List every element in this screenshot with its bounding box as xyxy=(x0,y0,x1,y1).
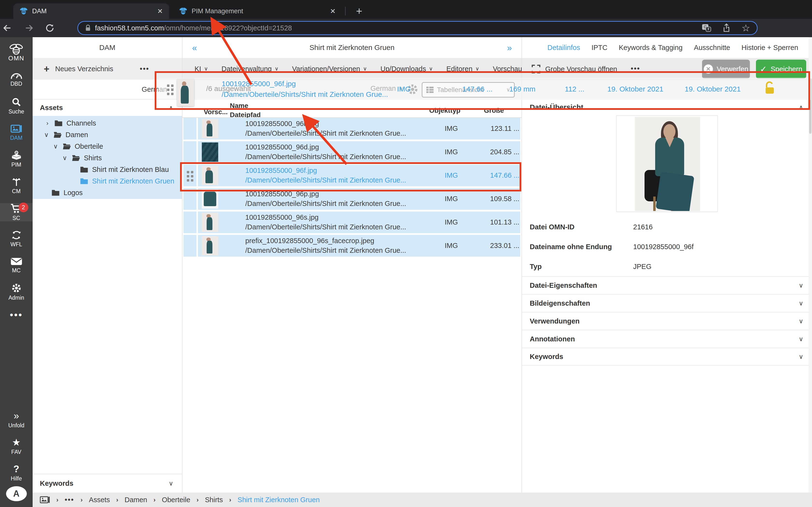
tab-ausschnitte[interactable]: Ausschnitte xyxy=(694,44,730,52)
rail-item-mc[interactable]: MC xyxy=(0,256,33,275)
rail-item-admin[interactable]: Admin xyxy=(0,283,33,301)
cm-branch-arrows-icon xyxy=(11,177,22,187)
breadcrumb-oberteile[interactable]: Oberteile xyxy=(162,496,191,504)
tree-item-logos[interactable]: Logos xyxy=(33,187,182,199)
rail-label: OMN xyxy=(8,55,24,62)
rail-item-pim[interactable]: P PIM xyxy=(0,150,33,168)
rail-item-unfold[interactable]: » Unfold xyxy=(0,410,33,429)
rail-item-fav[interactable]: ★ FAV xyxy=(0,437,33,455)
section-bildeigenschaften[interactable]: Bildeigenschaften ∨ xyxy=(522,294,812,312)
folder-more-icon[interactable]: ••• xyxy=(140,65,149,73)
table-row[interactable]: 100192855000_96d.jpg /Damen/Oberteile/Sh… xyxy=(183,141,521,163)
new-directory-button[interactable]: Neues Verzeichnis xyxy=(55,65,113,73)
tree-item-damen[interactable]: ∨ Damen xyxy=(33,129,182,140)
tab-iptc[interactable]: IPTC xyxy=(591,44,607,52)
url-bar[interactable]: fashion58.t.omn5.com/omn/home/menu/18922… xyxy=(77,21,758,35)
tab-close-icon[interactable]: ✕ xyxy=(330,7,336,15)
section-verwendungen[interactable]: Verwendungen ∨ xyxy=(522,312,812,330)
rail-item-sc[interactable]: SC 2 xyxy=(0,203,33,221)
folder-title: Shirt mit Zierknoten Gruen xyxy=(310,44,395,52)
browser-tab-dam[interactable]: DAM ✕ xyxy=(13,3,169,19)
keywords-footer-label: Keywords xyxy=(40,480,73,488)
tab-close-icon[interactable]: ✕ xyxy=(157,7,163,15)
tab-historie-sperren[interactable]: Historie + Sperren xyxy=(742,44,798,52)
file-path: /Damen/Oberteile/Shirts/Shirt mit Zierkn… xyxy=(245,153,406,161)
left-panel-title: DAM xyxy=(33,37,182,58)
section-annotationen[interactable]: Annotationen ∨ xyxy=(522,330,812,348)
back-icon[interactable] xyxy=(0,23,14,33)
breadcrumb-current: Shirt mit Zierknoten Gruen xyxy=(238,496,320,504)
tree-item-oberteile[interactable]: ∨ Oberteile xyxy=(33,140,182,152)
chevron-down-icon[interactable]: ∨ xyxy=(52,143,59,150)
breadcrumb-separator-icon: › xyxy=(229,496,231,504)
assets-header: Assets xyxy=(40,104,63,112)
chevron-right-icon[interactable]: › xyxy=(44,119,51,127)
file-preview-image[interactable] xyxy=(635,117,700,211)
field-value: 100192855000_96f xyxy=(633,243,694,251)
file-name[interactable]: 100192855000_96d.jpg xyxy=(245,143,319,151)
breadcrumb-shirts[interactable]: Shirts xyxy=(205,496,223,504)
table-row[interactable]: prefix_100192855000_96s_facecrop.jpeg /D… xyxy=(183,235,521,257)
tab-keywords-tagging[interactable]: Keywords & Tagging xyxy=(619,44,682,52)
file-type: IMG xyxy=(445,242,458,249)
rail-label: Hilfe xyxy=(11,475,22,482)
chevron-down-icon[interactable]: ∨ xyxy=(43,131,50,138)
new-tab-button[interactable]: + xyxy=(352,4,366,18)
forward-icon[interactable] xyxy=(22,23,36,33)
tab-detailinfos[interactable]: Detailinfos xyxy=(547,44,580,52)
tree-item-channels[interactable]: › Channels xyxy=(33,117,182,129)
rail-label: MC xyxy=(12,267,21,274)
file-path: /Damen/Oberteile/Shirts/Shirt mit Zierkn… xyxy=(245,200,406,208)
tree-item-shirt-gruen[interactable]: Shirt mit Zierknoten Gruen xyxy=(33,175,182,187)
rail-item-wfl[interactable]: WFL xyxy=(0,230,33,248)
rail-omn-logo[interactable]: OMN xyxy=(8,44,24,62)
rail-label: SC xyxy=(12,215,20,221)
tree-item-shirt-blau[interactable]: Shirt mit Zierknoten Blau xyxy=(33,164,182,175)
folder-header-row: « Shirt mit Zierknoten Gruen » xyxy=(183,37,521,58)
chevron-down-icon: ∨ xyxy=(169,480,173,487)
row-gutter[interactable] xyxy=(184,141,197,163)
tab-divider xyxy=(345,7,346,15)
rail-item-dam[interactable]: DAM xyxy=(0,123,33,142)
user-avatar[interactable]: A xyxy=(6,486,27,501)
tree-item-shirts[interactable]: ∨ Shirts xyxy=(33,152,182,164)
rail-item-dbd[interactable]: DBD xyxy=(0,70,33,89)
page-next-icon[interactable]: » xyxy=(507,43,512,53)
annotation-rect-selected-row xyxy=(180,162,521,191)
page-prev-icon[interactable]: « xyxy=(192,43,197,53)
rail-more-icon[interactable]: ••• xyxy=(0,309,33,320)
table-row[interactable]: 100192855000_96s.jpg /Damen/Oberteile/Sh… xyxy=(183,212,521,233)
folder-open-icon xyxy=(63,143,71,150)
table-row[interactable]: 100192855000_96b.jpg /Damen/Oberteile/Sh… xyxy=(183,118,521,139)
dam-home-icon[interactable] xyxy=(40,496,50,504)
row-gutter[interactable] xyxy=(184,235,197,257)
browser-tab-pim[interactable]: PIM Management ✕ xyxy=(173,3,342,19)
rail-item-hilfe[interactable]: ? Hilfe xyxy=(0,463,33,482)
search-icon xyxy=(12,97,21,107)
section-keywords[interactable]: Keywords ∨ xyxy=(522,348,812,365)
breadcrumb-assets[interactable]: Assets xyxy=(89,496,110,504)
chevron-down-icon[interactable]: ∨ xyxy=(62,154,68,162)
row-gutter[interactable] xyxy=(184,118,197,139)
bookmark-star-icon[interactable]: ☆ xyxy=(742,22,750,34)
breadcrumb-more-icon[interactable]: ••• xyxy=(65,496,74,504)
file-name[interactable]: 100192855000_96b.jpg xyxy=(245,120,319,128)
section-datei-eigenschaften[interactable]: Datei-Eigenschaften ∨ xyxy=(522,276,812,294)
file-path: /Damen/Oberteile/Shirts/Shirt mit Zierkn… xyxy=(245,223,406,231)
field-omn-id: Datei OMN-ID 21616 xyxy=(522,219,812,236)
translate-icon[interactable]: G xyxy=(702,24,711,32)
file-name[interactable]: 100192855000_96s.jpg xyxy=(245,213,318,221)
plus-icon[interactable]: + xyxy=(44,63,49,74)
keywords-footer-row[interactable]: Keywords ∨ xyxy=(33,474,182,493)
breadcrumb-damen[interactable]: Damen xyxy=(125,496,147,504)
detail-tabs: Detailinfos IPTC Keywords & Tagging Auss… xyxy=(522,37,812,58)
rail-item-suche[interactable]: Suche xyxy=(0,97,33,115)
file-size: 204.85 ... xyxy=(469,148,519,156)
reload-icon[interactable] xyxy=(43,23,57,33)
share-icon[interactable] xyxy=(722,23,731,33)
rail-item-cm[interactable]: CM xyxy=(0,176,33,195)
row-gutter[interactable] xyxy=(184,212,197,233)
folder-icon xyxy=(80,166,88,173)
field-value: JPEG xyxy=(633,263,652,271)
file-name[interactable]: prefix_100192855000_96s_facecrop.jpeg xyxy=(245,237,374,245)
